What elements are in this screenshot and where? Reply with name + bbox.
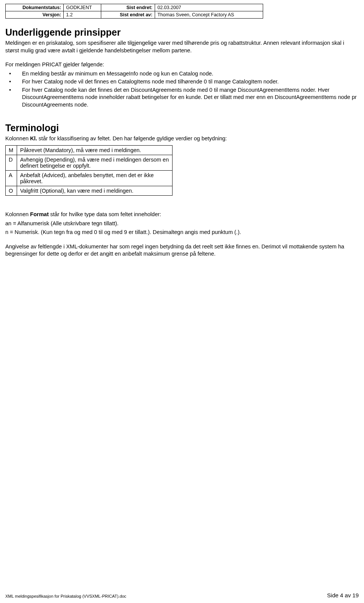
terminology-intro: Kolonnen Kl. står for klassifisering av … — [5, 135, 359, 143]
format-bold: Format — [30, 211, 49, 217]
classification-table: M Påkrevet (Mandatory), må være med i me… — [5, 145, 173, 196]
format-line: an = Alfanumerisk (Alle utskrivbare tegn… — [5, 220, 359, 228]
document-header-table: Dokumentstatus: GODKJENT Sist endret: 02… — [5, 4, 263, 19]
desc-cell: Påkrevet (Mandatory), må være med i meld… — [17, 146, 173, 155]
desc-cell: Valgfritt (Optional), kan være med i mel… — [17, 186, 173, 196]
status-label: Dokumentstatus: — [6, 4, 64, 11]
status-value: GODKJENT — [64, 4, 101, 11]
modified-value: 02.03.2007 — [155, 4, 263, 11]
version-value: 1.2 — [64, 11, 101, 19]
intro-text: står for klassifisering av feltet. Den h… — [37, 135, 227, 141]
principles-paragraph: Meldingen er en priskatalog, som spesifi… — [5, 39, 359, 54]
section-title-terminology: Terminologi — [5, 122, 359, 133]
list-item: For hver Catalog node kan det finnes det… — [5, 86, 359, 109]
format-intro: Kolonnen Format står for hvilke type dat… — [5, 211, 359, 218]
modified-label: Sist endret: — [101, 4, 155, 11]
version-label: Versjon: — [6, 11, 64, 19]
document-page: Dokumentstatus: GODKJENT Sist endret: 02… — [0, 0, 364, 603]
length-paragraph: Angivelse av feltlengde i XML-dokumenter… — [5, 243, 359, 258]
table-row: A Anbefalt (Adviced), anbefales benyttet… — [6, 171, 173, 186]
modifiedby-label: Sist endret av: — [101, 11, 155, 19]
intro-bold: Kl. — [30, 135, 37, 141]
desc-cell: Anbefalt (Adviced), anbefales benyttet, … — [17, 171, 173, 186]
list-item: En melding består av minimum en MessageI… — [5, 70, 359, 78]
table-row: O Valgfritt (Optional), kan være med i m… — [6, 186, 173, 196]
code-cell: A — [6, 171, 17, 186]
intro-text: Kolonnen — [5, 135, 30, 141]
page-footer: XML meldingspesifikasjon for Priskatalog… — [5, 592, 359, 598]
format-text: står for hvilke type data som feltet inn… — [49, 211, 161, 217]
list-item: For hver Catalog node vil det finnes en … — [5, 78, 359, 86]
format-text: Kolonnen — [5, 211, 30, 217]
principles-bullet-list: En melding består av minimum en MessageI… — [5, 70, 359, 109]
code-cell: D — [6, 155, 17, 171]
footer-filename: XML meldingspesifikasjon for Priskatalog… — [5, 594, 126, 598]
code-cell: O — [6, 186, 17, 196]
table-row: D Avhengig (Depending), må være med i me… — [6, 155, 173, 171]
footer-page-number: Side 4 av 19 — [327, 592, 359, 598]
modifiedby-value: Thomas Sveen, Concept Factory AS — [155, 11, 263, 19]
section-title-principles: Underliggende prinsipper — [5, 27, 359, 38]
desc-cell: Avhengig (Depending), må være med i meld… — [17, 155, 173, 171]
code-cell: M — [6, 146, 17, 155]
table-row: M Påkrevet (Mandatory), må være med i me… — [6, 146, 173, 155]
format-line: n = Numerisk. (Kun tegn fra og med 0 til… — [5, 229, 359, 236]
bullet-list-intro: For meldingen PRICAT gjelder følgende: — [5, 61, 359, 69]
